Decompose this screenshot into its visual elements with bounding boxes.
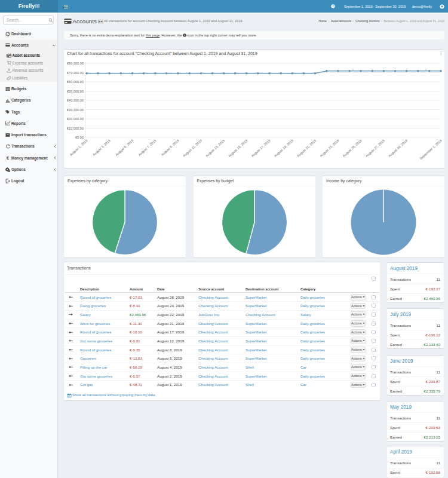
svg-text:August 9, 2019: August 9, 2019 [161, 139, 180, 157]
svg-text:€30,000.00: €30,000.00 [67, 108, 84, 112]
svg-text:September 1, 2019: September 1, 2019 [419, 139, 442, 160]
svg-text:August 15, 2019: August 15, 2019 [228, 139, 248, 158]
svg-text:August 1, 2019: August 1, 2019 [69, 139, 88, 157]
svg-text:August 11, 2019: August 11, 2019 [182, 139, 202, 157]
svg-text:August 13, 2019: August 13, 2019 [205, 139, 225, 158]
svg-text:August 29, 2019: August 29, 2019 [388, 139, 408, 158]
svg-text:€: € [7, 155, 9, 160]
svg-text:August 23, 2019: August 23, 2019 [319, 139, 339, 158]
svg-text:€20,000.00: €20,000.00 [67, 117, 84, 121]
svg-text:€60,000.00: €60,000.00 [67, 80, 84, 84]
svg-text:August 27, 2019: August 27, 2019 [365, 139, 385, 158]
svg-text:?: ? [332, 5, 334, 8]
svg-text:€50,000.00: €50,000.00 [67, 90, 84, 93]
svg-text:August 5, 2019: August 5, 2019 [115, 139, 134, 157]
svg-text:August 17, 2019: August 17, 2019 [250, 139, 271, 158]
svg-text:August 3, 2019: August 3, 2019 [92, 139, 111, 157]
svg-text:€10,000.00: €10,000.00 [67, 127, 84, 130]
svg-text:August 25, 2019: August 25, 2019 [342, 139, 362, 158]
svg-text:August 7, 2019: August 7, 2019 [137, 139, 157, 157]
svg-text:August 19, 2019: August 19, 2019 [274, 139, 294, 158]
svg-text:€0.00: €0.00 [75, 136, 84, 139]
svg-text:August 21, 2019: August 21, 2019 [296, 139, 317, 158]
svg-text:€80,000.00: €80,000.00 [67, 62, 84, 65]
svg-text:€70,000.00: €70,000.00 [67, 71, 84, 75]
svg-text:€40,000.00: €40,000.00 [67, 99, 84, 102]
